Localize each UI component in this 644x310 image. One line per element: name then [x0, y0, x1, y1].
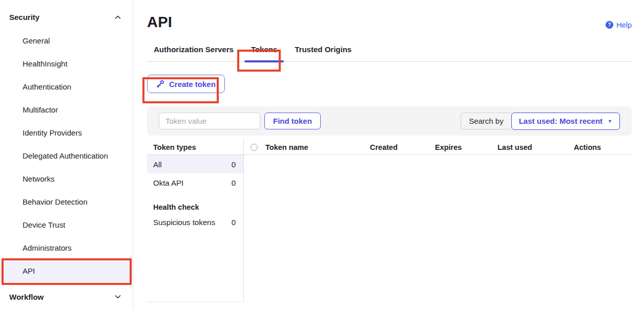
sidebar-item-general[interactable]: General: [0, 29, 133, 52]
token-type-label: Okta API: [153, 179, 183, 187]
sidebar: Security General HealthInsight Authentic…: [0, 0, 133, 310]
sidebar-item-administrators[interactable]: Administrators: [0, 236, 133, 259]
column-expires: Expires: [435, 143, 497, 151]
column-created: Created: [370, 143, 435, 151]
create-token-row: Create token: [147, 75, 632, 93]
help-link-label: Help: [616, 21, 632, 29]
token-type-label: All: [153, 160, 162, 169]
create-token-label: Create token: [169, 80, 216, 88]
sidebar-item-delegated-authentication[interactable]: Delegated Authentication: [0, 144, 133, 167]
token-types-header: Token types: [147, 140, 243, 155]
sidebar-item-api[interactable]: API: [0, 259, 133, 282]
token-type-all[interactable]: All 0: [147, 155, 243, 173]
key-plus-icon: [156, 80, 164, 88]
tokens-list: Token name Created Expires Last used Act…: [244, 140, 632, 302]
page-header: API ? Help: [147, 14, 632, 31]
help-question-icon: ?: [606, 21, 613, 29]
sidebar-item-identity-providers[interactable]: Identity Providers: [0, 121, 133, 144]
sidebar-security-items: General HealthInsight Authentication Mul…: [0, 29, 133, 282]
tokens-list-body: [244, 155, 632, 302]
chevron-down-icon: [114, 293, 121, 300]
token-type-count: 0: [232, 160, 236, 169]
sidebar-section-label: Workflow: [9, 293, 44, 301]
token-type-okta-api[interactable]: Okta API 0: [147, 173, 243, 192]
token-types-panel: Token types All 0 Okta API 0 Health chec…: [147, 140, 244, 302]
sidebar-section-label: Security: [9, 13, 39, 21]
sidebar-section-security[interactable]: Security: [0, 0, 133, 29]
suspicious-tokens-label: Suspicious tokens: [153, 218, 215, 227]
suspicious-tokens-count: 0: [232, 218, 236, 227]
health-check-header: Health check: [147, 201, 243, 214]
sort-dropdown[interactable]: Last used: Most recent ▼: [511, 113, 620, 130]
sidebar-section-workflow[interactable]: Workflow: [0, 286, 133, 307]
column-token-name: Token name: [265, 143, 370, 151]
token-type-count: 0: [232, 179, 236, 187]
caret-down-icon: ▼: [608, 119, 612, 124]
sidebar-item-healthinsight[interactable]: HealthInsight: [0, 52, 133, 75]
token-filter-bar: Find token Search by Last used: Most rec…: [147, 106, 632, 136]
search-by-label: Search by: [461, 113, 511, 129]
select-all-cell: [244, 144, 265, 151]
find-token-button[interactable]: Find token: [264, 113, 321, 129]
tab-authorization-servers[interactable]: Authorization Servers: [147, 42, 240, 61]
select-all-radio[interactable]: [251, 144, 258, 151]
column-actions: Actions: [574, 143, 632, 151]
page-title: API: [147, 14, 172, 31]
search-by-group: Search by Last used: Most recent ▼: [461, 113, 620, 130]
sidebar-item-behavior-detection[interactable]: Behavior Detection: [0, 190, 133, 213]
sort-dropdown-value: Last used: Most recent: [519, 117, 603, 125]
sidebar-item-device-trust[interactable]: Device Trust: [0, 213, 133, 236]
help-link[interactable]: ? Help: [606, 21, 632, 29]
column-last-used: Last used: [497, 143, 574, 151]
tab-bar: Authorization Servers Tokens Trusted Ori…: [147, 42, 632, 62]
tokens-table: Token types All 0 Okta API 0 Health chec…: [147, 140, 632, 302]
sidebar-item-networks[interactable]: Networks: [0, 167, 133, 190]
suspicious-tokens-row[interactable]: Suspicious tokens 0: [147, 214, 243, 230]
tab-tokens[interactable]: Tokens: [244, 42, 284, 61]
tokens-list-header: Token name Created Expires Last used Act…: [244, 140, 632, 155]
sidebar-item-multifactor[interactable]: Multifactor: [0, 98, 133, 121]
okta-admin-api-page: Security General HealthInsight Authentic…: [0, 0, 644, 310]
create-token-button[interactable]: Create token: [147, 75, 225, 93]
token-value-input[interactable]: [159, 113, 260, 129]
tab-trusted-origins[interactable]: Trusted Origins: [288, 42, 358, 61]
sidebar-item-authentication[interactable]: Authentication: [0, 75, 133, 98]
main-content: API ? Help Authorization Servers Tokens …: [133, 0, 644, 310]
chevron-up-icon: [114, 14, 121, 21]
